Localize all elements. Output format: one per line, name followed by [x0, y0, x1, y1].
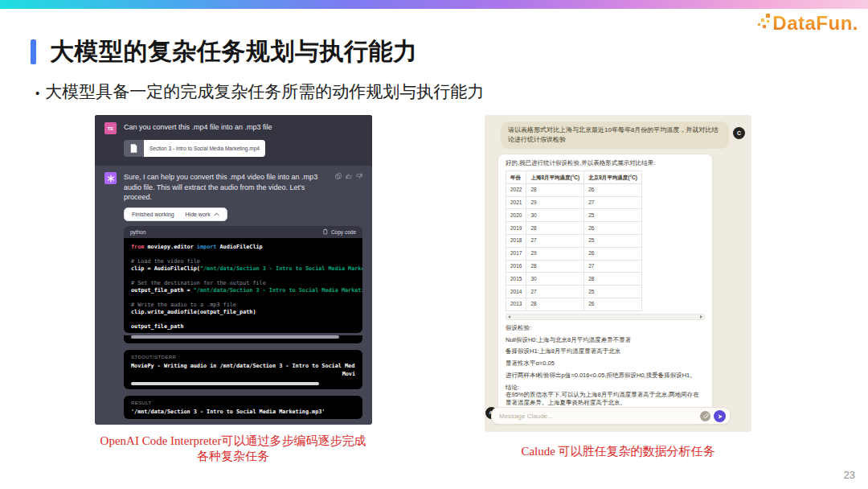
table-cell: 27 — [526, 234, 584, 247]
attach-button[interactable] — [700, 411, 710, 421]
title-accent-bar — [31, 39, 36, 64]
table-header-row: 年份上海8月平均温度(°C)北京8月平均温度(°C) — [506, 171, 642, 184]
stdout-label: STDOUT/STDERR — [131, 355, 355, 360]
caption-right: Calude 可以胜任复杂的数据分析任务 — [485, 444, 751, 459]
code-line: # Load the video file — [131, 258, 355, 265]
table-cell: 28 — [526, 298, 584, 310]
result-value: '/mnt/data/Section 3 - Intro to Social M… — [131, 409, 355, 417]
temperature-table: 年份上海8月平均温度(°C)北京8月平均温度(°C) 2022282620212… — [506, 171, 642, 311]
table-row: 20212927 — [506, 196, 642, 209]
copy-code-label: Copy code — [331, 229, 356, 235]
table-header-cell: 年份 — [506, 171, 526, 184]
table-cell: 26 — [584, 183, 642, 196]
conclusion-section: 结论: 在95%的置信水平下,可以认为上海8月平均温度显著高于北京,两地间存在显… — [506, 384, 705, 407]
table-row: 20162827 — [506, 260, 642, 273]
conclusion-text: 在95%的置信水平下,可以认为上海8月平均温度显著高于北京,两地间存在显著温度差… — [506, 391, 705, 407]
code-line — [131, 273, 355, 280]
claude-screenshot: 请以表格形式对比上海与北京最近10年每年8月份的平均温度，并就对比结论进行统计假… — [485, 115, 751, 432]
table-cell: 2014 — [506, 286, 526, 298]
logo-text: DataFun. — [772, 12, 858, 35]
table-row: 20153028 — [506, 273, 642, 286]
analysis-line: 显著性水平α=0.05 — [506, 360, 705, 368]
user-message-text: Can you convert this .mp4 file into an .… — [124, 122, 272, 134]
bullet-point: • 大模型具备一定的完成复杂任务所需的动作规划与执行能力 — [35, 80, 484, 103]
caption-left-line2: 各种复杂任务 — [80, 449, 386, 464]
table-cell: 26 — [584, 247, 642, 260]
table-cell: 28 — [584, 273, 642, 286]
thumbs-down-icon[interactable] — [356, 173, 362, 179]
openai-logo-icon — [104, 172, 117, 184]
bullet-marker: • — [35, 86, 39, 100]
bullet-text: 大模型具备一定的完成复杂任务所需的动作规划与执行能力 — [45, 80, 484, 103]
chatgpt-screenshot: TE Can you convert this .mp4 file into a… — [95, 115, 372, 425]
copy-code-button[interactable]: Copy code — [322, 228, 356, 236]
analysis-section: 假设检验:Null假设H0:上海与北京8月平均温度差异不显著备择假设H1:上海8… — [506, 324, 705, 380]
page-title: 大模型的复杂任务规划与执行能力 — [31, 35, 418, 68]
table-cell: 26 — [584, 298, 642, 310]
stdout-line-overflow: Movi — [131, 371, 355, 379]
table-cell: 28 — [526, 222, 584, 235]
stdout-line: MoviePy - Writing audio in /mnt/data/Sec… — [131, 363, 355, 371]
code-line: output_file_path — [131, 323, 355, 331]
table-row: 20132826 — [506, 298, 642, 310]
table-cell: 29 — [526, 196, 584, 209]
table-row: 20182725 — [506, 234, 642, 247]
chevron-up-icon — [214, 212, 219, 217]
result-label: RESULT — [131, 401, 355, 405]
code-scrollbar[interactable] — [131, 335, 339, 339]
table-cell: 2017 — [506, 247, 526, 260]
user-avatar: C — [733, 127, 745, 139]
table-cell: 2018 — [506, 234, 526, 247]
message-input-bar — [491, 407, 731, 425]
table-cell: 27 — [526, 286, 584, 298]
logo-dots-icon — [758, 14, 771, 35]
claude-user-message: 请以表格形式对比上海与北京最近10年每年8月份的平均温度，并就对比结论进行统计假… — [501, 121, 729, 149]
table-cell: 2019 — [506, 222, 526, 235]
slide: DataFun. 大模型的复杂任务规划与执行能力 • 大模型具备一定的完成复杂任… — [0, 0, 868, 489]
chatgpt-user-message-row: TE Can you convert this .mp4 file into a… — [95, 115, 372, 166]
table-cell: 2013 — [506, 298, 526, 310]
table-cell: 2022 — [506, 183, 526, 196]
code-line: from moviepy.editor import AudioFileClip — [131, 244, 355, 251]
code-line — [131, 316, 355, 323]
finished-working-label: Finished working — [132, 212, 174, 217]
analysis-line: 假设检验: — [506, 324, 705, 332]
assistant-intro-text: 好的,我已进行统计假设检验,并以表格形式展示对比结果: — [506, 159, 705, 167]
table-cell: 25 — [584, 286, 642, 298]
table-row: 20222826 — [506, 183, 642, 196]
claude-user-message-row: 请以表格形式对比上海与北京最近10年每年8月份的平均温度，并就对比结论进行统计假… — [501, 121, 745, 149]
table-cell: 30 — [526, 273, 584, 286]
table-header-cell: 上海8月平均温度(°C) — [526, 171, 584, 184]
table-cell: 25 — [584, 209, 642, 222]
finished-working-toggle[interactable]: Finished working Hide work — [124, 208, 227, 221]
table-cell: 27 — [584, 196, 642, 209]
code-language-label: python — [130, 229, 146, 235]
table-cell: 2021 — [506, 196, 526, 209]
file-icon — [124, 140, 144, 157]
code-line: output_file_path = "/mnt/data/Section 3 … — [131, 287, 355, 294]
caption-left-line1: OpenAI Code Interpreter可以通过多步编码逐步完成 — [80, 434, 386, 449]
message-input[interactable] — [499, 413, 700, 420]
copy-icon[interactable] — [335, 173, 342, 179]
table-cell: 26 — [584, 222, 642, 235]
hide-work-label: Hide work — [186, 212, 211, 217]
code-line — [131, 294, 355, 302]
file-attachment-chip[interactable]: Section 3 - Intro to Social Media Market… — [124, 140, 265, 157]
send-button[interactable] — [714, 410, 726, 422]
user-avatar: TE — [104, 122, 117, 134]
table-cell: 2016 — [506, 260, 526, 273]
table-scrollbar[interactable] — [506, 314, 705, 320]
analysis-line: Null假设H0:上海与北京8月平均温度差异不显著 — [506, 336, 705, 344]
code-line: clip = AudioFileClip("/mnt/data/Section … — [131, 265, 355, 273]
code-block: python Copy code from moviepy.editor imp… — [124, 226, 362, 333]
page-number: 23 — [844, 469, 855, 481]
stdout-block: STDOUT/STDERR MoviePy - Writing audio in… — [124, 350, 362, 390]
top-gradient-bar — [0, 0, 868, 9]
thumbs-up-icon[interactable] — [346, 173, 352, 179]
table-cell: 28 — [526, 183, 584, 196]
message-actions — [335, 172, 362, 203]
scroll-right-icon[interactable] — [700, 315, 702, 318]
stdout-scrollbar[interactable] — [131, 382, 319, 385]
table-cell: 29 — [526, 247, 584, 260]
scroll-left-icon[interactable] — [508, 315, 510, 318]
